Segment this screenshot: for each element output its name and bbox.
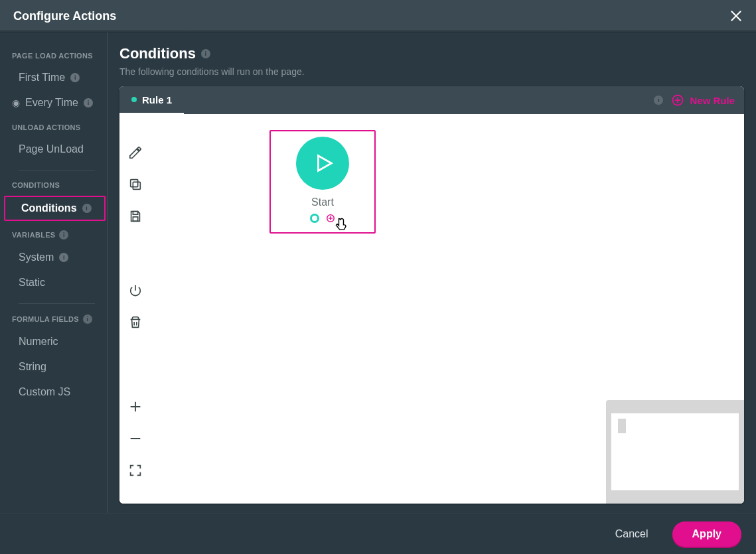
- tab-bar-info[interactable]: i: [654, 86, 671, 114]
- svg-rect-6: [131, 180, 138, 187]
- status-dot-icon: [131, 97, 137, 102]
- sidebar-heading-variables: VARIABLES i: [0, 222, 107, 245]
- page-title: Conditions i: [119, 45, 744, 62]
- modal-title: Configure Actions: [13, 9, 116, 23]
- radio-checked-icon: ◉: [12, 98, 20, 107]
- sidebar-item-static[interactable]: Static: [0, 270, 107, 295]
- divider: [19, 303, 95, 304]
- sidebar-item-page-unload[interactable]: Page UnLoad: [0, 137, 107, 162]
- tab-label: Rule 1: [142, 94, 172, 105]
- footer: Cancel Apply: [0, 513, 756, 554]
- cancel-button[interactable]: Cancel: [607, 523, 656, 545]
- divider: [19, 170, 95, 171]
- svg-marker-14: [319, 156, 332, 171]
- trash-icon[interactable]: [127, 314, 143, 330]
- new-rule-label: New Rule: [690, 95, 735, 106]
- sidebar-heading-conditions: CONDITIONS: [0, 173, 107, 194]
- sidebar-item-custom-js[interactable]: Custom JS: [0, 380, 107, 405]
- apply-button[interactable]: Apply: [672, 521, 741, 547]
- plus-circle-icon: [671, 94, 684, 107]
- zoom-in-icon[interactable]: [127, 399, 143, 415]
- power-icon[interactable]: [127, 283, 143, 299]
- sidebar-heading-page-load: PAGE LOAD ACTIONS: [0, 44, 107, 65]
- zoom-out-icon[interactable]: [127, 431, 143, 447]
- sidebar: PAGE LOAD ACTIONS First Time i ◉ Every T…: [0, 32, 108, 513]
- info-icon: i: [59, 230, 68, 240]
- info-icon: i: [70, 73, 80, 82]
- sidebar-heading-formula: FORMULA FIELDS i: [0, 307, 107, 329]
- info-icon: i: [84, 98, 93, 107]
- info-icon: i: [83, 314, 92, 324]
- tab-rule-1[interactable]: Rule 1: [119, 86, 184, 114]
- info-icon: i: [201, 49, 210, 58]
- edit-icon[interactable]: [127, 145, 143, 161]
- output-port-icon[interactable]: [310, 214, 319, 223]
- sidebar-item-every-time[interactable]: ◉ Every Time i: [0, 90, 107, 115]
- minimap-marker: [618, 419, 626, 433]
- fullscreen-icon[interactable]: [127, 462, 143, 478]
- info-icon: i: [59, 253, 68, 262]
- sidebar-item-system[interactable]: System i: [0, 245, 107, 270]
- new-rule-button[interactable]: New Rule: [671, 86, 735, 114]
- cursor-pointer-icon: [332, 216, 350, 235]
- start-node-label: Start: [271, 196, 374, 208]
- tab-bar: Rule 1 i New Rule: [119, 86, 744, 114]
- main-panel: Conditions i The following conditions wi…: [108, 32, 756, 513]
- minimap-viewport: [611, 413, 739, 490]
- play-icon: [313, 152, 335, 174]
- sidebar-heading-unload: UNLOAD ACTIONS: [0, 115, 107, 137]
- info-icon: i: [654, 96, 663, 105]
- save-icon[interactable]: [127, 208, 143, 224]
- info-icon: i: [82, 204, 92, 213]
- sidebar-item-first-time[interactable]: First Time i: [0, 65, 107, 90]
- svg-rect-7: [133, 212, 137, 215]
- sidebar-item-conditions[interactable]: Conditions i: [4, 196, 106, 221]
- copy-icon[interactable]: [127, 176, 143, 192]
- canvas-toolbar: [119, 114, 151, 504]
- sidebar-item-numeric[interactable]: Numeric: [0, 329, 107, 354]
- start-node[interactable]: [296, 137, 349, 190]
- close-icon[interactable]: [729, 9, 743, 23]
- minimap[interactable]: [606, 400, 744, 504]
- page-subtitle: The following conditions will run on the…: [119, 66, 744, 77]
- title-bar: Configure Actions: [0, 0, 756, 32]
- start-node-highlight: Start: [269, 130, 376, 234]
- svg-rect-5: [133, 182, 140, 189]
- rule-panel: Rule 1 i New Rule: [119, 86, 744, 504]
- svg-rect-8: [133, 217, 137, 221]
- flow-canvas[interactable]: Start: [119, 114, 744, 504]
- sidebar-item-string[interactable]: String: [0, 354, 107, 380]
